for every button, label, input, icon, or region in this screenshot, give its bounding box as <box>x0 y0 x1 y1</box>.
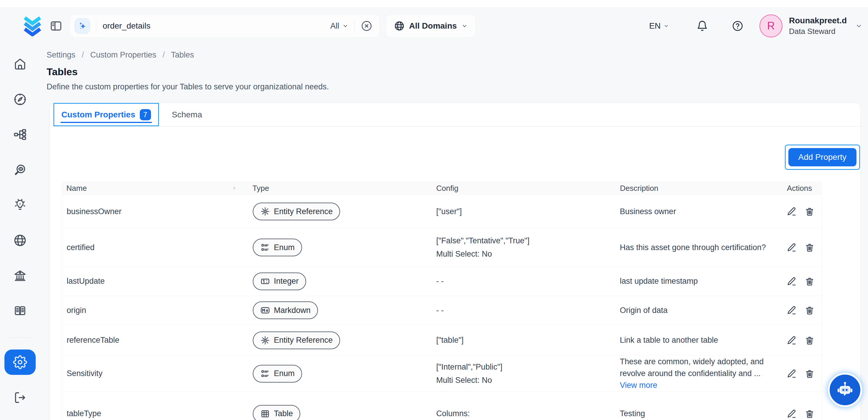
breadcrumb-tables[interactable]: Tables <box>171 51 194 59</box>
property-description-cell: Testing <box>615 409 782 418</box>
avatar-initial: R <box>767 20 775 32</box>
sidebar-item-insights[interactable] <box>4 192 36 218</box>
type-pill-label: Enum <box>274 369 295 378</box>
app-logo-icon[interactable] <box>21 16 44 36</box>
property-config-cell: Columns: <box>432 409 615 418</box>
description-text: Link a table to another table <box>620 336 777 345</box>
sidebar-divider <box>9 337 31 338</box>
sidebar-item-logout[interactable] <box>4 385 36 410</box>
config-line: ["table"] <box>436 336 611 345</box>
sidebar-item-settings[interactable] <box>4 350 36 375</box>
enum-icon <box>260 242 270 252</box>
tab-custom-properties[interactable]: Custom Properties 7 <box>53 103 159 126</box>
delete-button[interactable] <box>805 276 815 287</box>
property-config-cell: ["table"] <box>432 336 615 345</box>
edit-button[interactable] <box>786 276 797 287</box>
domains-dropdown[interactable]: All Domains <box>386 14 476 38</box>
globe-icon <box>394 21 405 31</box>
global-search-bar[interactable]: All <box>70 14 380 38</box>
property-description-cell: Origin of data <box>615 306 782 315</box>
edit-button[interactable] <box>786 206 797 216</box>
property-description-cell: Has this asset gone through certificatio… <box>615 243 782 252</box>
edit-button[interactable] <box>786 409 797 419</box>
breadcrumb-separator: / <box>82 51 84 59</box>
entity-reference-icon <box>260 206 270 216</box>
property-name: lastUpdate <box>62 277 248 286</box>
search-input[interactable] <box>102 21 330 31</box>
book-icon <box>13 304 27 318</box>
property-config-cell: ["Internal","Public"]Multi Select: No <box>432 362 615 385</box>
edit-button[interactable] <box>786 335 797 346</box>
markdown-icon <box>260 305 270 315</box>
config-line: ["user"] <box>436 207 611 216</box>
delete-button[interactable] <box>805 305 815 315</box>
user-menu-chevron-icon[interactable] <box>855 22 863 30</box>
type-pill: Markdown <box>253 301 318 319</box>
clear-search-icon[interactable] <box>361 20 373 32</box>
notifications-bell-icon[interactable] <box>696 20 708 32</box>
type-pill-label: Table <box>274 409 293 418</box>
help-icon[interactable] <box>732 20 744 32</box>
edit-button[interactable] <box>786 242 797 252</box>
description-text: Business owner <box>620 207 777 216</box>
config-line: Multi Select: No <box>436 249 611 259</box>
property-actions-cell <box>782 305 822 315</box>
sidebar-item-lineage[interactable] <box>4 122 36 148</box>
table-row: businessOwner Entity Reference ["user"] … <box>62 195 822 228</box>
chevron-down-icon <box>663 23 669 29</box>
ai-sparkles-icon[interactable] <box>74 18 90 34</box>
table-row: origin Markdown - - Origin of data <box>62 296 822 325</box>
property-name: Sensitivity <box>62 369 248 378</box>
column-header-description: Description <box>615 184 782 193</box>
search-scope-dropdown[interactable]: All <box>330 22 349 31</box>
property-actions-cell <box>782 206 822 216</box>
description-text: Has this asset gone through certificatio… <box>620 243 777 252</box>
column-header-actions: Actions <box>782 184 822 193</box>
column-header-config: Config <box>432 184 615 193</box>
table-header: Name Type Config Description Actions <box>62 181 822 195</box>
custom-properties-table: Name Type Config Description Actions bus… <box>62 181 822 420</box>
sidebar-item-glossary[interactable] <box>4 298 36 324</box>
avatar[interactable]: R <box>760 14 782 37</box>
description-text: These are common, widely adopted, and <box>620 357 777 366</box>
assistant-bot-button[interactable] <box>828 373 862 407</box>
tab-schema[interactable]: Schema <box>172 103 202 126</box>
content-card: Custom Properties 7 Schema Add Property … <box>50 102 861 420</box>
sidebar-item-observability[interactable] <box>4 157 36 183</box>
top-strip <box>0 0 868 7</box>
breadcrumb-settings[interactable]: Settings <box>46 51 75 59</box>
main-content: Settings / Custom Properties / Tables Ta… <box>40 45 868 420</box>
user-menu[interactable]: Rounakpreet.d Data Steward <box>789 15 847 37</box>
left-nav-rail <box>0 45 40 420</box>
sidebar-item-explore[interactable] <box>4 87 36 112</box>
chevron-down-icon <box>342 23 349 29</box>
property-description-cell: Link a table to another table <box>615 336 782 345</box>
property-actions-cell <box>782 242 822 252</box>
delete-button[interactable] <box>805 206 815 216</box>
column-header-name[interactable]: Name <box>62 184 248 193</box>
search-divider <box>354 20 355 32</box>
type-pill: Entity Reference <box>253 332 340 349</box>
type-pill-label: Markdown <box>274 306 311 315</box>
delete-button[interactable] <box>805 369 815 379</box>
table-row: Sensitivity Enum ["Internal","Public"]Mu… <box>62 356 822 392</box>
table-body: businessOwner Entity Reference ["user"] … <box>62 195 822 420</box>
column-header-type: Type <box>248 184 432 193</box>
view-more-link[interactable]: View more <box>620 381 777 390</box>
language-dropdown[interactable]: EN <box>649 21 669 31</box>
sort-icon[interactable] <box>232 186 237 190</box>
sidebar-toggle-icon[interactable] <box>50 20 63 32</box>
description-text: Testing <box>620 409 777 418</box>
sidebar-item-home[interactable] <box>4 51 36 77</box>
breadcrumb-separator: / <box>162 51 165 59</box>
property-type-cell: Entity Reference <box>248 203 432 220</box>
delete-button[interactable] <box>805 335 815 346</box>
edit-button[interactable] <box>786 305 797 315</box>
edit-button[interactable] <box>786 369 797 379</box>
sidebar-item-domains[interactable] <box>4 228 36 253</box>
sidebar-item-govern[interactable] <box>4 263 36 289</box>
add-property-button[interactable]: Add Property <box>788 148 857 167</box>
breadcrumb-custom-properties[interactable]: Custom Properties <box>90 51 156 59</box>
delete-button[interactable] <box>805 242 815 252</box>
delete-button[interactable] <box>805 409 815 419</box>
